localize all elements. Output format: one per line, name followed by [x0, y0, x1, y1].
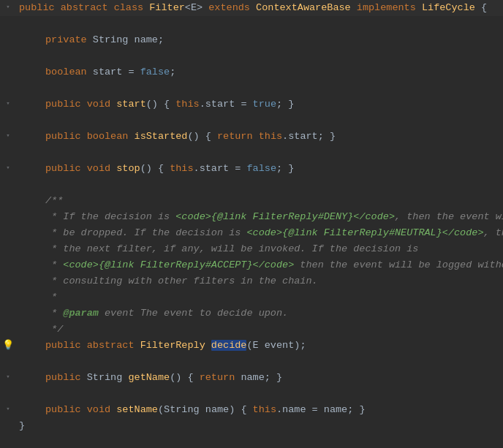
kw-token: abstract: [87, 340, 140, 351]
code-line: * consulting with other filters in the c…: [0, 273, 503, 289]
type-name-token: ContextAwareBase: [256, 2, 357, 13]
plain-token: start =: [93, 67, 140, 77]
plain-token: .start; }: [282, 131, 336, 142]
code-line: * be dropped. If the decision is <code>{…: [0, 225, 503, 241]
kw-token: implements: [357, 2, 422, 13]
code-line: ▾public String getName() { return name; …: [0, 370, 503, 386]
type-token: String: [164, 404, 205, 415]
code-content: public boolean isStarted() { return this…: [16, 129, 503, 145]
plain-token: .start =: [200, 99, 253, 110]
code-line: *: [0, 289, 503, 305]
code-content: public String getName() { return name; }: [16, 371, 503, 386]
code-line: [0, 386, 503, 402]
plain-token: () {: [170, 372, 200, 383]
val-token: true: [253, 99, 276, 110]
kw-token: return: [217, 131, 259, 142]
code-editor: ▾public abstract class Filter<E> extends…: [0, 0, 503, 448]
code-line: [0, 113, 503, 129]
type-name-token: LifeCycle: [422, 2, 475, 13]
code-line: */: [0, 322, 503, 338]
code-content: *: [16, 290, 503, 305]
kw-token: public: [45, 372, 87, 383]
code-line: ▾public abstract class Filter<E> extends…: [0, 0, 503, 16]
plain-token: .start =: [194, 163, 247, 174]
kw-token: void: [87, 163, 117, 174]
val-token: false: [246, 163, 276, 174]
code-content: * If the decision is <code>{@link Filter…: [16, 210, 503, 225]
kw-token: class: [114, 2, 150, 13]
code-line: * <code>{@link FilterReply#ACCEPT}</code…: [0, 257, 503, 273]
code-line: }: [0, 418, 503, 434]
kw-token: public: [45, 163, 87, 174]
code-line: * the next filter, if any, will be invok…: [0, 241, 503, 257]
comment-token: *: [45, 259, 63, 270]
fold-icon[interactable]: ▾: [0, 405, 16, 415]
plain-token: ;: [170, 67, 175, 77]
code-content: * be dropped. If the decision is <code>{…: [16, 226, 503, 241]
comment-token: * the next filter, if any, will be invok…: [45, 243, 418, 254]
code-content: public abstract class Filter<E> extends …: [16, 1, 503, 16]
kw-token: this: [170, 163, 193, 174]
kw-token: public: [19, 2, 61, 13]
comment-token: * be dropped. If the decision is: [45, 227, 246, 238]
plain-token: <E>: [185, 2, 208, 13]
method-token: start: [116, 99, 146, 110]
plain-token: .name = name; }: [276, 404, 366, 415]
lightbulb-icon[interactable]: 💡: [0, 338, 16, 353]
code-line: ▾public void start() { this.start = true…: [0, 96, 503, 113]
code-line: [0, 177, 503, 193]
comment-tag-token: @param: [63, 308, 99, 319]
code-content: */: [16, 322, 503, 338]
kw-token: this: [175, 99, 199, 110]
comment-token: , then the event wi: [395, 211, 503, 222]
method-token: decide: [211, 340, 247, 351]
comment-token: /**: [45, 195, 63, 206]
code-line: [0, 80, 503, 96]
method-token: setName: [116, 404, 158, 415]
kw-token: this: [259, 131, 282, 142]
code-line: ▾public void setName(String name) { this…: [0, 402, 503, 418]
comment-token: then the event will be logged withou: [294, 259, 503, 270]
method-token: isStarted: [135, 131, 188, 142]
code-line: [0, 48, 503, 64]
code-content: public void setName(String name) { this.…: [16, 403, 503, 418]
kw-token: void: [87, 99, 117, 110]
code-content: * @param event The event to decide upon.: [16, 306, 503, 322]
code-content: /**: [16, 194, 503, 209]
plain-token: ; }: [276, 99, 294, 110]
plain-token: (E event);: [246, 340, 306, 351]
code-content: public void start() { this.start = true;…: [16, 97, 503, 113]
code-line: /**: [0, 193, 503, 209]
comment-token: */: [45, 324, 63, 335]
comment-token: * If the decision is: [45, 211, 175, 222]
fold-icon[interactable]: ▾: [0, 132, 16, 142]
method-token: getName: [128, 372, 170, 383]
code-line: [0, 145, 503, 161]
kw-token: public: [45, 131, 87, 142]
code-line: private String name;: [0, 32, 503, 48]
plain-token: () {: [187, 131, 217, 142]
kw-token: public: [45, 99, 87, 110]
kw-token: private: [45, 34, 93, 45]
fold-icon[interactable]: ▾: [0, 164, 16, 174]
comment-token: * consulting with other filters in the c…: [45, 276, 318, 286]
kw-token: boolean: [87, 131, 135, 142]
code-content: public void stop() { this.start = false;…: [16, 162, 503, 177]
code-content: }: [16, 419, 503, 434]
comment-token: event The event to decide upon.: [99, 308, 288, 319]
code-content: * consulting with other filters in the c…: [16, 274, 503, 289]
val-token: false: [140, 67, 170, 77]
code-line: ▾public void stop() { this.start = false…: [0, 161, 503, 177]
kw-token: extends: [208, 2, 256, 13]
plain-token: () {: [140, 163, 170, 174]
kw-token: void: [87, 404, 117, 415]
fold-icon[interactable]: ▾: [0, 99, 16, 110]
fold-icon[interactable]: ▾: [0, 373, 16, 383]
fold-icon[interactable]: ▾: [0, 3, 16, 13]
type-token: String: [87, 372, 129, 383]
kw-token: boolean: [45, 67, 93, 77]
comment-code-token: <code>{@link FilterReply#NEUTRAL}</code>: [246, 227, 483, 238]
type-token: String: [93, 34, 135, 45]
code-content: public abstract FilterReply decide(E eve…: [16, 338, 503, 354]
code-line: ▾public boolean isStarted() { return thi…: [0, 129, 503, 145]
